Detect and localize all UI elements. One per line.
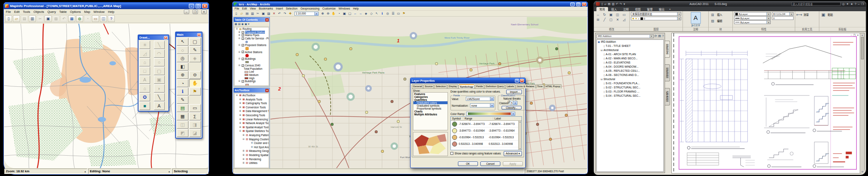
panel-label[interactable]: 特性 <box>733 27 795 31</box>
feature-values-option[interactable]: Show class ranges using feature values <box>450 152 501 155</box>
chevron-down-icon[interactable]: ▾ <box>767 21 770 24</box>
ribbon-tab[interactable]: 插入 <box>608 7 620 11</box>
toc-toolbar-icon[interactable]: ▣ <box>245 22 247 26</box>
ok-button[interactable]: OK <box>458 161 478 166</box>
measure-icon[interactable]: ⟷ <box>796 12 802 17</box>
toolbar-icon[interactable]: → <box>358 11 363 16</box>
toolbox-item[interactable]: ⊞ ▦ Conversion Tools <box>235 105 269 110</box>
close-icon[interactable]: ✕ <box>265 89 269 92</box>
minimize-button[interactable]: – <box>570 2 575 6</box>
main-tool-button[interactable]: ◨ <box>189 121 201 129</box>
drawing-tool-button[interactable]: ╲ <box>154 41 165 49</box>
modify-tool-icon[interactable]: ▭ <box>621 12 627 17</box>
toc-toolbar-icon[interactable]: ▾ <box>248 22 249 26</box>
drawing-toolbar[interactable]: Drawi... ✕ ✳╲◿◠⌂○□▢A▣⌂◗✪╲■A <box>138 34 169 112</box>
mtext-button[interactable]: A <box>691 12 701 24</box>
drawing-tool-button[interactable]: ✪ <box>139 93 150 101</box>
panel-label[interactable]: 注释 <box>683 27 708 31</box>
drawing-toolbar-titlebar[interactable]: Drawi... ✕ <box>138 35 168 40</box>
layer-checkbox[interactable]: ✓ <box>242 80 244 83</box>
panel-label[interactable]: 剪贴板 <box>819 27 866 31</box>
panel-label[interactable]: 实用工具 <box>795 27 819 31</box>
apply-button[interactable]: Apply <box>503 161 523 166</box>
qat-icon[interactable]: ▯ <box>601 2 603 6</box>
sheet-list-item[interactable]: ▯ S-01 - FOUNDATION PLA... <box>597 81 663 86</box>
layer-checkbox[interactable]: ✓ <box>242 64 244 67</box>
toolbar-icon[interactable]: ▣ <box>261 11 266 16</box>
sheet-list-item[interactable]: ▯ S-03 - FLOOR FRAMING ... <box>597 90 663 94</box>
scroll-down-icon[interactable]: ▾ <box>862 170 863 173</box>
expander-icon[interactable]: ⊞ <box>242 153 245 157</box>
drawing-tool-button[interactable]: A <box>154 102 165 110</box>
color-combobox[interactable]: ByLayer ▾ <box>734 12 771 16</box>
dialog-tab[interactable]: General <box>412 84 423 88</box>
import-button[interactable]: Import... <box>506 90 522 94</box>
close-icon[interactable]: ✕ <box>197 33 201 37</box>
main-tool-button[interactable]: ◎ <box>177 54 188 62</box>
expander-icon[interactable]: ⊟ <box>242 137 245 142</box>
main-toolbar-titlebar[interactable]: Main ✕ <box>176 32 202 37</box>
drawing-tool-button[interactable]: ■ <box>139 102 150 110</box>
menu-item[interactable]: Table <box>59 10 67 14</box>
vertical-scrollbar[interactable]: ▴ ▾ <box>860 33 864 173</box>
show-list-item[interactable]: Graduated symbols <box>413 104 448 107</box>
chevron-down-icon[interactable]: ▾ <box>677 17 681 20</box>
toolbar-icon[interactable]: ▭ <box>92 15 99 22</box>
infocenter-search-input[interactable]: 键入关键字或短语 <box>791 2 841 6</box>
minimize-button[interactable]: – <box>189 4 194 8</box>
layer-item[interactable]: Calls for Service - P0601 <box>245 37 269 40</box>
menu-item[interactable]: Query <box>47 10 56 14</box>
toolbar-icon[interactable]: ▤ <box>21 15 28 22</box>
expander-icon[interactable]: ⊞ <box>239 109 242 113</box>
dialog-tab[interactable]: Time <box>536 84 544 88</box>
minimize-button[interactable]: – <box>858 2 860 5</box>
menu-item[interactable]: Help <box>108 10 114 14</box>
show-list-item[interactable]: Proportional symbols <box>413 107 448 110</box>
toolbox-item[interactable]: ⊞ ▦ Spatial Analyst Tools <box>235 125 269 130</box>
panel-label[interactable]: 修改 <box>594 27 629 31</box>
scale-combobox[interactable]: 1:10,000 ▾ <box>294 12 319 16</box>
drawing-tool-button[interactable]: ◿ <box>139 49 150 58</box>
close-button[interactable]: ✕ <box>520 79 524 83</box>
menu-item[interactable]: Options <box>70 10 81 14</box>
menu-item[interactable]: Windows <box>339 7 350 10</box>
menu-item[interactable]: Map <box>84 10 90 14</box>
chevron-down-icon[interactable]: ▾ <box>490 97 494 100</box>
toolbar-icon[interactable]: ⚑ <box>401 11 406 16</box>
arcmap-titlebar[interactable]: ters - ArcMap - ArcInfo – ❐ ✕ <box>232 2 588 7</box>
expander-icon[interactable]: ⊞ <box>239 113 242 117</box>
drawing-tool-button[interactable]: A <box>139 76 150 84</box>
palette-vertical-tab[interactable]: 图纸列表 <box>665 41 670 58</box>
toc-toolbar-icon[interactable]: ▦ <box>235 22 237 26</box>
layer-checkbox[interactable]: ✓ <box>242 58 244 60</box>
qat-icon[interactable]: ↷ <box>619 2 622 6</box>
expander-icon[interactable]: ⊞ <box>239 98 242 102</box>
toolbar-icon[interactable]: ✕ <box>272 11 277 16</box>
main-tool-button[interactable]: ⚑ <box>189 88 201 95</box>
expander-icon[interactable]: ⊞ <box>239 101 242 105</box>
toolbar-icon[interactable]: ▨ <box>266 11 271 16</box>
qat-icon[interactable]: ▥ <box>612 2 615 6</box>
toolbar-icon[interactable]: ℹ <box>380 11 385 16</box>
toolbox-item[interactable]: ⊟ ▦ ArcToolbox <box>235 93 269 98</box>
main-tool-button[interactable]: ◫ <box>177 121 188 129</box>
expander-icon[interactable]: ⊞ <box>239 105 242 110</box>
maximize-button[interactable]: ❐ <box>195 4 201 8</box>
toolbox-item[interactable]: ⊞ ▦ Analysis Tools <box>235 98 269 102</box>
cancel-button[interactable]: Cancel <box>480 161 500 166</box>
chevron-down-icon[interactable]: ▾ <box>677 12 681 15</box>
paste-icon[interactable]: ▣ <box>821 12 826 17</box>
scroll-up-icon[interactable]: ▴ <box>519 121 520 123</box>
mapinfo-titlebar[interactable]: MapInfo Professional - [TOWN,STREET,WATE… <box>4 2 209 9</box>
sheet-list-item[interactable]: ⊟ Structural <box>597 77 663 81</box>
chevron-down-icon[interactable]: ▾ <box>767 12 770 15</box>
toolbox-item[interactable]: ⊞ ▦ Cartography Tools <box>235 101 269 105</box>
expander-icon[interactable]: ⊟ <box>239 129 242 133</box>
selecting-status-pane[interactable]: Selecting <box>172 169 208 174</box>
main-tool-button[interactable]: ✎ <box>189 46 201 54</box>
drawing-tool-button[interactable]: ▣ <box>154 76 165 84</box>
symbol-class-row[interactable]: -7.626674 - -3.694773 -7.626674 - -3.694… <box>451 121 522 127</box>
toolbox-item[interactable]: ⊞ ▨ Modeling Spatial Relationships <box>235 153 269 157</box>
bulb-on-icon[interactable]: ✹ <box>632 17 634 20</box>
expander-icon[interactable]: ⊟ <box>235 93 238 98</box>
